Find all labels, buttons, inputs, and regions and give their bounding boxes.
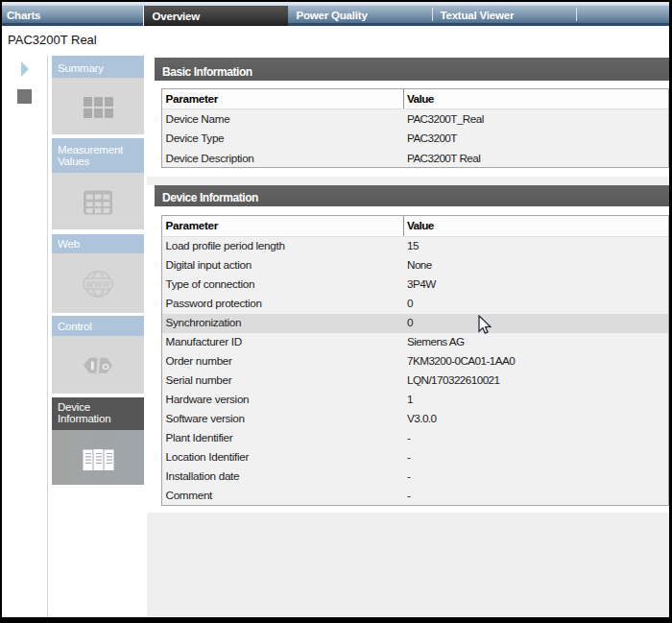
svg-text:WWW: WWW bbox=[85, 279, 110, 289]
svg-text:O: O bbox=[102, 361, 108, 371]
